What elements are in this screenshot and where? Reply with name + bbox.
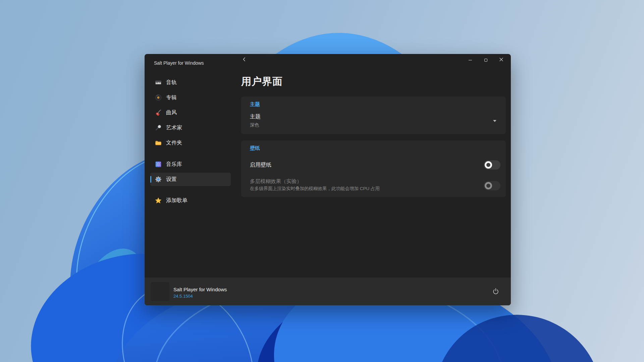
sidebar-item-label: 曲风	[166, 109, 177, 116]
sidebar-item-folders[interactable]: 文件夹	[150, 136, 231, 149]
sidebar-item-label: 音轨	[166, 79, 177, 86]
gear-icon	[155, 176, 162, 183]
sidebar-item-genres[interactable]: 曲风	[150, 106, 231, 119]
guitar-icon	[155, 109, 162, 116]
toggle-knob	[485, 182, 492, 189]
sidebar-item-label: 艺术家	[166, 124, 182, 131]
sidebar-item-artists[interactable]: 艺术家	[150, 121, 231, 134]
minimize-icon	[469, 60, 472, 60]
library-icon	[155, 161, 162, 168]
footer-version: 24.5.1504	[173, 294, 193, 299]
toggle-knob	[485, 161, 492, 169]
sidebar-item-add-playlist[interactable]: 添加歌单	[150, 194, 231, 207]
theme-selected-value: 深色	[250, 122, 259, 128]
close-icon	[499, 57, 503, 63]
sidebar-item-albums[interactable]: 专辑	[150, 91, 231, 104]
sidebar-item-label: 添加歌单	[166, 197, 187, 204]
selection-pill	[150, 176, 151, 183]
microphone-icon	[155, 124, 162, 131]
sidebar-item-label: 文件夹	[166, 139, 182, 146]
power-icon	[492, 288, 499, 296]
enable-wallpaper-label: 启用壁纸	[250, 162, 271, 169]
app-window: Salt Player for Windows	[145, 54, 511, 305]
theme-row-title: 主题	[250, 113, 261, 120]
back-button[interactable]	[239, 56, 249, 64]
theme-card: 主题 主题 深色	[241, 97, 506, 134]
blur-effect-toggle[interactable]	[484, 181, 500, 190]
maximize-button[interactable]	[478, 55, 493, 65]
minimize-button[interactable]	[463, 55, 478, 65]
blur-effect-label: 多层模糊效果（实验）	[250, 178, 302, 185]
wallpaper-card: 壁纸 启用壁纸 多层模糊效果（实验） 在多级界面上渲染实时叠加的模糊效果，此功能…	[241, 140, 506, 197]
vinyl-icon	[155, 94, 162, 101]
blur-effect-description: 在多级界面上渲染实时叠加的模糊效果，此功能会增加 CPU 占用	[250, 186, 380, 192]
star-icon	[155, 197, 162, 204]
sidebar-item-label: 专辑	[166, 94, 177, 101]
maximize-icon	[484, 59, 487, 62]
sidebar-item-library[interactable]: 音乐库	[150, 158, 231, 171]
close-button[interactable]	[493, 55, 509, 65]
section-label-theme: 主题	[250, 101, 260, 108]
sidebar-item-tracks[interactable]: 音轨	[150, 76, 231, 89]
window-controls	[463, 55, 509, 65]
window-title: Salt Player for Windows	[154, 60, 204, 66]
page-title: 用户界面	[241, 75, 283, 88]
piano-icon	[155, 79, 162, 86]
folder-icon	[155, 139, 162, 146]
exit-button[interactable]	[489, 286, 502, 298]
about-footer: Salt Player for Windows 24.5.1504	[145, 277, 511, 305]
chevron-down-icon[interactable]	[493, 120, 496, 122]
chevron-left-icon	[241, 56, 248, 64]
sidebar-item-label: 设置	[166, 176, 177, 183]
footer-app-name: Salt Player for Windows	[173, 287, 227, 292]
sidebar-item-settings[interactable]: 设置	[150, 173, 231, 186]
sidebar-item-label: 音乐库	[166, 161, 182, 168]
section-label-wallpaper: 壁纸	[250, 145, 260, 152]
app-logo-placeholder	[151, 282, 169, 301]
enable-wallpaper-toggle[interactable]	[484, 160, 500, 170]
